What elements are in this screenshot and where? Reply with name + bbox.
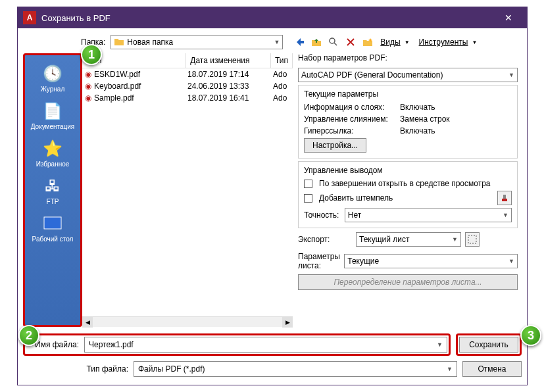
- scroll-right-icon[interactable]: ▶: [282, 317, 293, 328]
- up-folder-icon: [311, 37, 322, 47]
- callout-2: 2: [18, 325, 39, 346]
- window-title: Сохранить в PDF: [41, 13, 495, 23]
- star-folder-icon: ⭐: [42, 138, 63, 159]
- callout-1: 1: [81, 44, 102, 65]
- sidebar-item-favorites[interactable]: ⭐ Избранное: [25, 135, 80, 170]
- scroll-left-icon[interactable]: ◀: [82, 317, 93, 328]
- svg-point-0: [330, 38, 335, 43]
- file-row[interactable]: ◉ Sample.pdf 18.07.2019 16:41 Ado: [82, 92, 293, 104]
- sidebar-item-journal[interactable]: 🕓 Журнал: [25, 61, 80, 95]
- folder-dropdown[interactable]: Новая папка ▼: [111, 35, 283, 49]
- file-row[interactable]: ◉ ESKD1W.pdf 18.07.2019 17:14 Ado: [82, 68, 293, 80]
- save-button[interactable]: Сохранить: [459, 337, 518, 353]
- filetype-dropdown[interactable]: Файлы PDF (*.pdf) ▼: [134, 361, 457, 377]
- titlebar: A Сохранить в PDF ✕: [18, 7, 527, 28]
- file-headers: Имя Дата изменения Тип: [82, 53, 293, 68]
- sidebar-item-ftp[interactable]: 🖧 FTP: [25, 173, 80, 208]
- stamp-checkbox[interactable]: [304, 194, 312, 203]
- folder-value: Новая папка: [127, 37, 173, 47]
- search-icon: [328, 37, 339, 47]
- app-icon: A: [23, 11, 36, 24]
- sheet-override-button[interactable]: Переопределение параметров листа...: [298, 274, 518, 290]
- export-window-button[interactable]: [465, 232, 480, 247]
- open-after-checkbox[interactable]: [304, 180, 312, 188]
- views-menu[interactable]: Виды: [378, 37, 403, 47]
- preset-dropdown[interactable]: AutoCAD PDF (General Documentation) ▼: [298, 68, 518, 82]
- stamp-icon: [500, 193, 509, 203]
- current-params-group: Текущие параметры Информация о слоях:Вкл…: [298, 85, 518, 159]
- chevron-down-icon: ▼: [508, 258, 514, 264]
- sidebar-item-desktop[interactable]: Рабочий стол: [25, 210, 80, 245]
- places-sidebar: 🕓 Журнал 📄 Документация ⭐ Избранное 🖧 FT…: [23, 53, 82, 327]
- preset-label: Набор параметров PDF:: [298, 53, 518, 62]
- settings-button[interactable]: Настройка...: [304, 138, 366, 153]
- chevron-down-icon: ▼: [472, 39, 477, 45]
- close-button[interactable]: ✕: [495, 7, 522, 28]
- delete-icon: [345, 37, 356, 47]
- folder-icon: [114, 37, 124, 47]
- stamp-settings-button[interactable]: [497, 191, 512, 205]
- cancel-button[interactable]: Отмена: [462, 361, 522, 377]
- clock-icon: 🕓: [42, 63, 63, 84]
- chevron-down-icon: ▼: [452, 236, 458, 243]
- chevron-down-icon: ▼: [508, 72, 514, 78]
- back-button[interactable]: [292, 35, 307, 49]
- delete-button[interactable]: [343, 35, 358, 49]
- precision-dropdown[interactable]: Нет▼: [345, 208, 512, 222]
- svg-rect-4: [468, 235, 476, 243]
- chevron-down-icon: ▼: [447, 366, 453, 372]
- export-dropdown[interactable]: Текущий лист▼: [356, 232, 461, 247]
- pdf-options-panel: Набор параметров PDF: AutoCAD PDF (Gener…: [293, 53, 522, 327]
- new-folder-button[interactable]: [360, 35, 375, 49]
- back-arrow-icon: [294, 37, 305, 47]
- chevron-down-icon: ▼: [503, 212, 508, 218]
- filetype-label: Тип файла:: [76, 364, 128, 374]
- file-list: Имя Дата изменения Тип ◉ ESKD1W.pdf 18.0…: [82, 53, 293, 327]
- sheet-params-dropdown[interactable]: Текущие▼: [344, 254, 518, 268]
- pdf-icon: ◉: [82, 82, 94, 91]
- window-select-icon: [468, 235, 477, 244]
- tools-menu[interactable]: Инструменты: [416, 37, 471, 47]
- header-type[interactable]: Тип: [271, 53, 293, 68]
- new-folder-icon: [362, 37, 373, 47]
- desktop-icon: [42, 213, 63, 234]
- svg-rect-1: [44, 217, 61, 229]
- svg-rect-2: [502, 199, 507, 201]
- header-date[interactable]: Дата изменения: [186, 53, 271, 68]
- sidebar-item-documentation[interactable]: 📄 Документация: [25, 98, 80, 133]
- search-button[interactable]: [326, 35, 341, 49]
- filename-input[interactable]: Чертеж1.pdf ▼: [84, 337, 447, 353]
- pdf-icon: ◉: [82, 70, 94, 79]
- document-icon: 📄: [42, 101, 63, 122]
- file-row[interactable]: ◉ Keyboard.pdf 24.06.2019 13:33 Ado: [82, 80, 293, 92]
- ftp-icon: 🖧: [42, 176, 63, 197]
- output-control-group: Управление выводом По завершении открыть…: [298, 161, 518, 228]
- chevron-down-icon: ▼: [274, 39, 280, 45]
- callout-3: 3: [520, 325, 541, 346]
- chevron-down-icon: ▼: [437, 341, 443, 348]
- chevron-down-icon: ▼: [405, 39, 410, 45]
- pdf-icon: ◉: [82, 93, 94, 103]
- svg-rect-3: [503, 195, 506, 199]
- up-folder-button[interactable]: [309, 35, 324, 49]
- horizontal-scrollbar[interactable]: ◀ ▶: [82, 316, 293, 327]
